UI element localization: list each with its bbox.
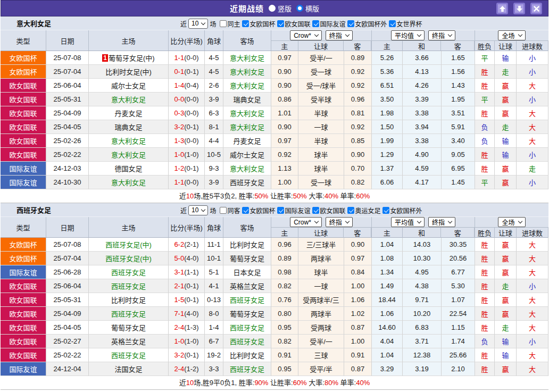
layout-option-vertical[interactable]: 竖版 xyxy=(269,3,292,13)
checkbox-checked[interactable] xyxy=(312,20,319,27)
match-row[interactable]: 欧女国联25-04-05葡萄牙女足2-4(1-3)1-4西班牙女足0.95受两球… xyxy=(1,321,548,335)
match-row[interactable]: 欧女国联25-05-31意大利女足0-0(0-0)3-9瑞典女足0.86受半球0… xyxy=(1,93,548,106)
result-text: 大 xyxy=(529,364,536,374)
summary-segment: 50% xyxy=(293,192,307,200)
chevron-down-icon xyxy=(448,219,452,223)
checkbox-checked[interactable] xyxy=(242,207,249,214)
match-row[interactable]: 国际友谊24-10-30意大利女足1-1(0-0)3-9西班牙女足1.00受一球… xyxy=(1,176,548,189)
close-button[interactable] xyxy=(530,3,542,14)
checkbox-checked[interactable] xyxy=(389,20,396,27)
match-row[interactable]: 欧女国联25-04-09丹麦女足0-3(0-0)6-3意大利女足1.01半球0.… xyxy=(1,106,548,120)
score: 1-5(0-1) xyxy=(169,293,205,307)
odds-source-select[interactable]: 终指 xyxy=(428,30,455,40)
odds-source-select[interactable]: 终指 xyxy=(326,217,353,227)
average-odds: 30.35 xyxy=(442,238,475,252)
match-row[interactable]: 欧女国联25-02-22意大利女足1-0(1-0)10-5威尔士女足0.92球半… xyxy=(1,148,548,162)
layout-option-horizontal[interactable]: 横版 xyxy=(296,3,319,13)
odds-source-select[interactable]: 平均值 xyxy=(391,30,425,40)
radio-unchecked-icon[interactable] xyxy=(269,5,276,12)
match-count-select[interactable]: 10 xyxy=(188,19,208,29)
result-text: 小 xyxy=(529,149,536,160)
competition-badge: 欧女国联 xyxy=(1,348,46,362)
handicap-odds: 1.00 xyxy=(344,335,372,348)
column-header: 日期 xyxy=(46,30,89,51)
average-odds: 4.04 xyxy=(372,335,403,348)
away-team: 意大利女足 xyxy=(223,162,271,176)
home-team: 比利时女足 xyxy=(89,293,169,307)
recent-label: 近 xyxy=(180,19,187,28)
column-subheader: 让球 xyxy=(298,228,344,238)
checkbox-checked[interactable] xyxy=(382,207,389,214)
average-odds: 5.30 xyxy=(442,279,475,293)
odds-source-select[interactable]: 全场 xyxy=(498,30,525,40)
odds-source-select[interactable]: 平均值 xyxy=(391,217,425,227)
away-team: 英格兰女足 xyxy=(223,279,271,293)
match-row[interactable]: 欧女国联25-04-05瑞典女足3-2(0-1)8-1意大利女足0.90一球0.… xyxy=(1,120,548,134)
match-row[interactable]: 国际友谊24-12-04法国女足2-4(1-2)3-3西班牙女足0.95受平/半… xyxy=(1,362,548,376)
full-time-score: 3-2 xyxy=(174,123,184,131)
match-row[interactable]: 欧女国联25-02-26意大利女足1-3(0-0)4-4丹麦女足0.97半球0.… xyxy=(1,134,548,148)
half-time-score: (1-3) xyxy=(184,323,198,331)
checkbox-checked[interactable] xyxy=(242,20,249,27)
away-team-name: 比利时女足 xyxy=(230,350,264,360)
competition-badge: 国际友谊 xyxy=(1,176,46,189)
summary-segment: 10 xyxy=(186,192,194,200)
match-row[interactable]: 欧女国联25-02-22西班牙女足3-2(0-1)19-2比利时女足0.91三球… xyxy=(1,348,548,362)
result-goals: 大 xyxy=(517,293,548,307)
checkbox-label: 女欧国杯外 xyxy=(355,19,387,28)
odds-group-selects: Crow*终指 xyxy=(271,217,371,228)
home-team: 比利时女足(中) xyxy=(89,65,169,79)
corner-count: 6-3 xyxy=(205,106,223,120)
column-subheader: 和 xyxy=(403,41,442,51)
move-down-button[interactable] xyxy=(513,3,525,14)
result-text: 胜 xyxy=(481,66,488,77)
match-row[interactable]: 欧女国联25-06-04西班牙女足2-1(0-1)4-1英格兰女足0.82一球1… xyxy=(1,279,548,293)
average-odds: 1.34 xyxy=(372,265,403,279)
score: 7-1(4-0) xyxy=(169,307,205,321)
checkbox-checked[interactable] xyxy=(347,20,354,27)
result-goals: 小 xyxy=(517,335,548,348)
match-row[interactable]: 欧女国联25-05-31比利时女足1-5(0-1)0-13西班牙女足0.76受两… xyxy=(1,293,548,307)
checkbox-checked[interactable] xyxy=(277,207,284,214)
match-row[interactable]: 国际友谊25-06-28西班牙女足3-1(1-1)5-1日本女足0.98球半0.… xyxy=(1,265,548,279)
match-row[interactable]: 女欧国杯25-07-04比利时女足(中)0-1(0-1)4-5意大利女足0.90… xyxy=(1,65,548,79)
odds-source-select[interactable]: 全场 xyxy=(498,217,525,227)
match-row[interactable]: 欧女国联25-06-04威尔士女足1-4(0-4)2-6意大利女足0.90受一/… xyxy=(1,79,548,93)
result-text: 走 xyxy=(529,163,536,173)
match-row[interactable]: 女欧国杯25-07-04西班牙女足(中)5-0(4-0)10-1葡萄牙女足0.8… xyxy=(1,252,548,265)
corner-count: 19-2 xyxy=(205,348,223,362)
match-count-select[interactable]: 10 xyxy=(188,205,208,215)
odds-source-select[interactable]: 终指 xyxy=(428,217,455,227)
title-bar: 近期战绩 竖版 横版 xyxy=(1,0,548,16)
radio-checked-icon[interactable] xyxy=(296,5,303,12)
corner-count: 10-5 xyxy=(205,148,223,162)
match-row[interactable]: 欧女国联25-02-27英格兰女足1-0(1-0)6-7西班牙女足0.82受半/… xyxy=(1,335,548,348)
score: 2-4(1-2) xyxy=(169,362,205,376)
home-team-name: 西班牙女足(中) xyxy=(105,253,152,263)
result-text: 走 xyxy=(502,122,509,132)
odds-source-select[interactable]: Crow* xyxy=(290,30,322,40)
column-subheader: 胜负 xyxy=(475,228,495,238)
competition-badge: 欧女国联 xyxy=(1,293,46,307)
checkbox-unchecked[interactable] xyxy=(220,20,227,27)
checkbox-checked[interactable] xyxy=(277,20,284,27)
match-row[interactable]: 国际友谊24-12-03德国女足1-2(0-1)9-3意大利女足1.13球半0.… xyxy=(1,162,548,176)
odds-source-select[interactable]: Crow* xyxy=(290,217,322,227)
team-title: 意大利女足 xyxy=(1,18,51,28)
checkbox-checked[interactable] xyxy=(312,207,319,214)
away-team: 西班牙女足 xyxy=(223,321,271,335)
match-row[interactable]: 欧女国联25-04-09西班牙女足7-1(4-0)8-0葡萄牙女足0.80两球半… xyxy=(1,307,548,321)
match-row[interactable]: 女欧国杯25-07-08西班牙女足(中)6-2(2-1)11-1比利时女足0.9… xyxy=(1,238,548,252)
match-row[interactable]: 女欧国杯25-07-081葡萄牙女足(中)1-1(0-0)4-5意大利女足0.9… xyxy=(1,51,548,65)
layout-option-label: 竖版 xyxy=(278,3,292,13)
checkbox-unchecked[interactable] xyxy=(220,207,227,214)
odds-group-selects: Crow*终指 xyxy=(271,30,371,41)
result-goals: 小 xyxy=(517,148,548,162)
away-team-name: 意大利女足 xyxy=(230,53,264,63)
move-up-button[interactable] xyxy=(496,3,508,14)
handicap-odds: 0.89 xyxy=(344,51,372,65)
odds-source-select[interactable]: 终指 xyxy=(326,30,353,40)
match-date: 25-06-28 xyxy=(46,265,89,279)
checkbox-checked[interactable] xyxy=(347,207,354,214)
handicap-odds: 0.96 xyxy=(344,93,372,106)
